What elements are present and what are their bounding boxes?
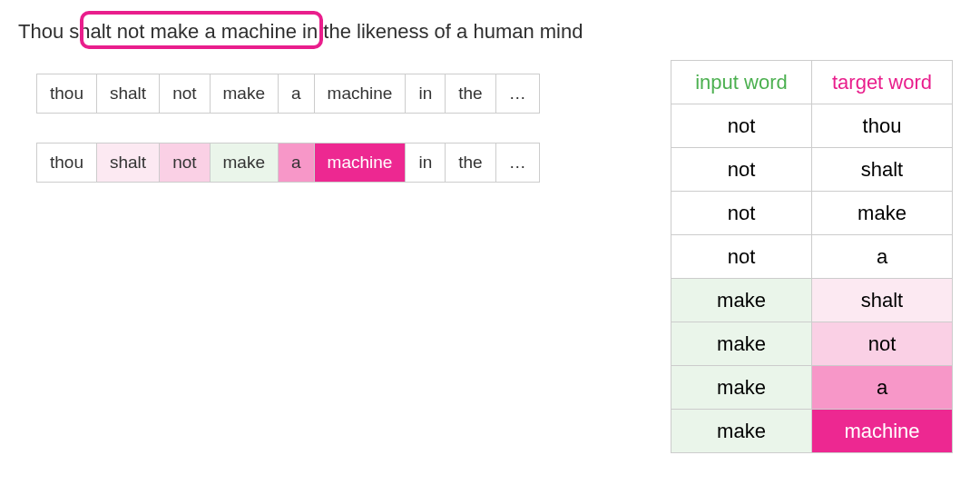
cell-input: make bbox=[671, 366, 812, 410]
token-plain: … bbox=[495, 74, 540, 114]
table-row: makemachine bbox=[671, 410, 953, 453]
cell-target: shalt bbox=[812, 279, 953, 322]
header-input: input word bbox=[671, 61, 812, 104]
cell-input: make bbox=[671, 410, 812, 453]
token-colored: shalt bbox=[96, 143, 160, 183]
sentence-post: in the likeness of a human mind bbox=[297, 20, 583, 43]
pairs-table: input word target word notthounotshaltno… bbox=[671, 60, 953, 453]
token-colored: thou bbox=[36, 143, 97, 183]
token-plain: not bbox=[159, 74, 210, 114]
token-plain: a bbox=[278, 74, 315, 114]
table-row: makeshalt bbox=[671, 279, 953, 322]
token-colored: not bbox=[159, 143, 210, 183]
table-row: makea bbox=[671, 366, 953, 410]
cell-target: make bbox=[812, 192, 953, 235]
token-plain: shalt bbox=[96, 74, 160, 114]
token-colored: make bbox=[210, 143, 279, 183]
sentence-line: Thou shalt not make a machine in the lik… bbox=[18, 18, 962, 46]
cell-target: a bbox=[812, 235, 953, 279]
token-colored: … bbox=[495, 143, 540, 183]
cell-input: not bbox=[671, 235, 812, 279]
token-plain: in bbox=[405, 74, 446, 114]
cell-input: make bbox=[671, 279, 812, 322]
header-target: target word bbox=[812, 61, 953, 104]
token-plain: make bbox=[210, 74, 279, 114]
cell-input: not bbox=[671, 148, 812, 192]
table-row: makenot bbox=[671, 322, 953, 366]
table-row: nota bbox=[671, 235, 953, 279]
token-colored: machine bbox=[314, 143, 407, 183]
cell-target: shalt bbox=[812, 148, 953, 192]
cell-input: not bbox=[671, 192, 812, 235]
cell-input: not bbox=[671, 104, 812, 148]
highlight-box bbox=[80, 11, 323, 49]
cell-target: a bbox=[812, 366, 953, 410]
sentence-pre: Thou bbox=[18, 20, 69, 43]
token-plain: machine bbox=[314, 74, 407, 114]
cell-target: not bbox=[812, 322, 953, 366]
token-colored: the bbox=[445, 143, 495, 183]
token-colored: a bbox=[278, 143, 315, 183]
table-row: notshalt bbox=[671, 148, 953, 192]
cell-input: make bbox=[671, 322, 812, 366]
token-plain: thou bbox=[36, 74, 97, 114]
cell-target: thou bbox=[812, 104, 953, 148]
table-row: notmake bbox=[671, 192, 953, 235]
table-row: notthou bbox=[671, 104, 953, 148]
token-plain: the bbox=[445, 74, 495, 114]
token-colored: in bbox=[405, 143, 446, 183]
cell-target: machine bbox=[812, 410, 953, 453]
